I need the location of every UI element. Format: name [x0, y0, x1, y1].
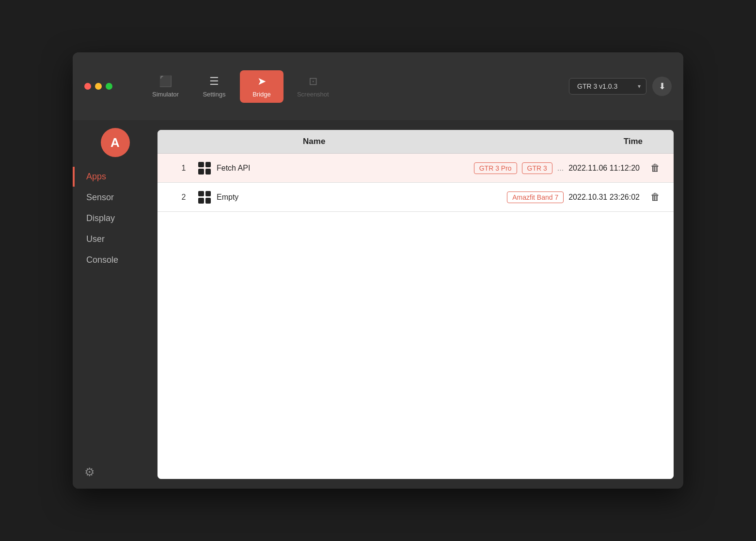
tag-amazfit-band7: Amazfit Band 7 [507, 191, 564, 203]
sidebar-item-apps[interactable]: Apps [73, 167, 158, 187]
table-body: 1 Fetch API GTR 3 Pro GTR 3 ... [158, 154, 674, 479]
sidebar-item-user-label: User [86, 234, 105, 244]
table-row[interactable]: 2 Empty Amazfit Band 7 2022.10.31 23:26:… [158, 183, 674, 212]
delete-button[interactable]: 🗑 [648, 160, 662, 175]
screenshot-icon: ⊡ [309, 75, 317, 88]
delete-button[interactable]: 🗑 [648, 190, 662, 205]
sidebar-item-apps-label: Apps [86, 172, 106, 181]
simulator-label: Simulator [152, 91, 179, 98]
avatar-letter: A [110, 135, 120, 150]
table-row[interactable]: 1 Fetch API GTR 3 Pro GTR 3 ... [158, 154, 674, 183]
settings-tab[interactable]: ☰ Settings [192, 70, 236, 103]
tag-gtr3pro: GTR 3 Pro [474, 162, 517, 174]
more-tags-indicator: ... [557, 164, 564, 173]
download-button[interactable]: ⬇ [652, 77, 672, 96]
version-select[interactable]: GTR 3 v1.0.3 GTR 3 Pro v1.0.3 GTR 4 v1.0… [569, 78, 646, 95]
screenshot-label: Screenshot [297, 91, 329, 98]
row-index: 2 [169, 193, 198, 202]
app-window: ⬛ Simulator ☰ Settings ➤ Bridge ⊡ Screen… [73, 52, 683, 489]
close-button[interactable] [84, 83, 91, 90]
settings-label: Settings [203, 91, 225, 98]
simulator-icon: ⬛ [159, 75, 172, 88]
sidebar-item-console-label: Console [86, 255, 118, 265]
simulator-tab[interactable]: ⬛ Simulator [142, 70, 189, 103]
sidebar-item-display[interactable]: Display [73, 208, 158, 228]
maximize-button[interactable] [106, 83, 112, 90]
trash-icon: 🗑 [650, 191, 660, 202]
toolbar: ⬛ Simulator ☰ Settings ➤ Bridge ⊡ Screen… [142, 70, 339, 103]
bridge-label: Bridge [252, 91, 271, 98]
row-right-cell: Amazfit Band 7 2022.10.31 23:26:02 🗑 [430, 190, 662, 205]
row-time: 2022.11.06 11:12:20 [568, 164, 640, 173]
bridge-tab[interactable]: ➤ Bridge [240, 70, 284, 103]
app-icon [198, 162, 211, 175]
row-app-name: Empty [217, 193, 238, 202]
row-right-cell: GTR 3 Pro GTR 3 ... 2022.11.06 11:12:20 … [430, 160, 662, 175]
nav-items: Apps Sensor Display User Console [73, 167, 158, 456]
minimize-button[interactable] [95, 83, 102, 90]
col-name-header: Name [198, 137, 430, 146]
row-time: 2022.10.31 23:26:02 [568, 193, 640, 202]
traffic-lights [84, 83, 112, 90]
version-selector-area: GTR 3 v1.0.3 GTR 3 Pro v1.0.3 GTR 4 v1.0… [569, 77, 672, 96]
sidebar-bottom: ⚙ [73, 456, 158, 489]
trash-icon: 🗑 [650, 162, 660, 173]
avatar: A [101, 128, 130, 157]
sidebar-item-console[interactable]: Console [73, 250, 158, 270]
table-header: Name Time [158, 130, 674, 154]
download-icon: ⬇ [659, 81, 666, 92]
content-area: Name Time 1 Fetch API [158, 130, 674, 479]
settings-icon: ☰ [209, 75, 219, 88]
titlebar: ⬛ Simulator ☰ Settings ➤ Bridge ⊡ Screen… [73, 52, 683, 120]
screenshot-tab[interactable]: ⊡ Screenshot [287, 70, 339, 103]
version-select-container: GTR 3 v1.0.3 GTR 3 Pro v1.0.3 GTR 4 v1.0… [569, 78, 646, 95]
sidebar-item-sensor[interactable]: Sensor [73, 188, 158, 207]
bridge-icon: ➤ [257, 75, 266, 88]
sidebar-item-sensor-label: Sensor [86, 192, 114, 202]
gear-icon[interactable]: ⚙ [84, 465, 95, 478]
col-time-header: Time [430, 137, 662, 146]
row-name-cell: Fetch API [198, 162, 430, 175]
tag-gtr3: GTR 3 [522, 162, 552, 174]
sidebar: A Apps Sensor Display User Console [73, 120, 158, 489]
sidebar-item-display-label: Display [86, 213, 115, 223]
main-area: A Apps Sensor Display User Console [73, 120, 683, 489]
row-index: 1 [169, 164, 198, 173]
row-app-name: Fetch API [217, 164, 250, 173]
app-icon [198, 191, 211, 204]
sidebar-item-user[interactable]: User [73, 229, 158, 249]
row-name-cell: Empty [198, 191, 430, 204]
